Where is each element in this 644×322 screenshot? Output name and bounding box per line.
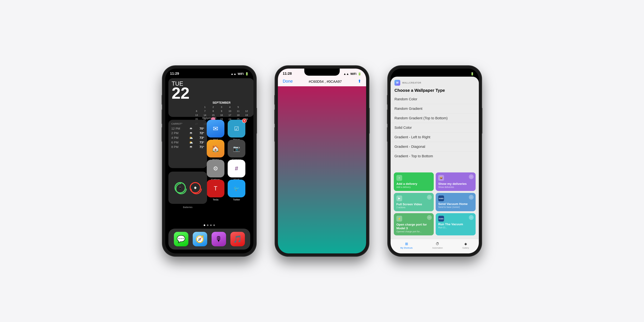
menu-gradient-diagonal[interactable]: Gradient - Diagonal	[390, 142, 479, 152]
fullscreen-video-more[interactable]: ···	[427, 195, 432, 200]
batteries-widget[interactable]: 📱 ⌚	[168, 172, 207, 204]
signal-icon-2: ▲▲	[344, 72, 349, 76]
dock-messages[interactable]: 💬	[174, 232, 188, 246]
volume-down-button-3[interactable]	[387, 127, 388, 142]
power-button-2[interactable]	[369, 108, 370, 134]
send-vacuum-sub: Send to base (Junior)	[438, 206, 473, 208]
shortcut-charge-port[interactable]: ··· ⚡ Open charge port for Model 3 Opene…	[394, 213, 434, 236]
run-vacuum-sub: Run Cl...	[438, 226, 473, 229]
battery-icon-3: 🔋	[470, 72, 474, 76]
charge-port-sub: Opened charge port for...	[396, 230, 431, 233]
status-icons: ▲▲ WiFi 🔋	[231, 72, 248, 76]
status-time-2: 11:28	[283, 72, 292, 76]
power-button-3[interactable]	[482, 108, 482, 134]
status-bar-2: 11:28 ▲▲ WiFi 🔋	[278, 68, 366, 77]
page-dots	[165, 224, 254, 226]
calendar-widget[interactable]: TUE 22 SEPTEMBER 12345 6789101112 131415…	[168, 78, 254, 117]
show-deliveries-sub: Show deliveries	[438, 186, 473, 188]
weather-widget[interactable]: CARROT° 12 PM🌧70° 2 PM🌧72° 4 PM⛅73° 6 PM…	[168, 120, 207, 168]
menu-gradient-tb[interactable]: Gradient - Top to Bottom	[390, 152, 479, 161]
dock-music[interactable]: 🎵	[230, 232, 245, 246]
app-settings[interactable]: ⚙ Settings	[207, 160, 224, 178]
calendar-day-number: 22	[172, 85, 194, 101]
add-delivery-title: Add a delivery	[396, 182, 431, 186]
volume-down-button-2[interactable]	[274, 127, 275, 142]
mute-button-3[interactable]	[387, 95, 388, 105]
gallery-label: Gallery	[462, 247, 469, 249]
tabbar: ⊞ My Shortcuts ⏱ Automation ◈ Gallery	[390, 239, 479, 254]
charge-port-more[interactable]: ···	[427, 215, 432, 220]
app-things[interactable]: ☑ 5 Things	[228, 120, 245, 138]
tab-gallery[interactable]: ◈ Gallery	[462, 242, 469, 249]
page-dot-2	[207, 224, 208, 226]
menu-gradient-lr[interactable]: Gradient - Left to Right	[390, 132, 479, 142]
show-deliveries-title: Show my deliveries	[438, 182, 473, 186]
battery-icon-2: 🔋	[358, 72, 361, 76]
power-button[interactable]	[256, 108, 257, 134]
apps-grid: ✉ Mail ☑ 5 Things 🏠 Home	[207, 120, 250, 200]
app-camera[interactable]: 📷 Camera	[228, 140, 245, 158]
tab-automation[interactable]: ⏱ Automation	[432, 242, 443, 249]
volume-up-button-2[interactable]	[274, 110, 275, 124]
things-badge: 5	[242, 118, 247, 123]
shortcut-show-deliveries[interactable]: ··· 📦 Show my deliveries Show deliveries	[436, 172, 476, 191]
menu-random-color[interactable]: Random Color	[390, 94, 479, 104]
tab-my-shortcuts[interactable]: ⊞ My Shortcuts	[400, 242, 413, 249]
shortcut-run-vacuum[interactable]: ··· neato Run The Vacuum Run Cl...	[436, 213, 476, 236]
page-dot-1	[204, 224, 205, 226]
run-vacuum-title: Run The Vacuum	[438, 222, 473, 226]
app-home[interactable]: 🏠 Home	[207, 140, 224, 158]
batteries-label: Batteries	[168, 206, 207, 208]
phone-1: 11:29 ▲▲ WiFi 🔋 TUE 22 SEPTEMBER	[162, 66, 256, 256]
shortcuts-grid: + Add a delivery Add a delivery ··· 📦 Sh…	[390, 172, 479, 237]
menu-random-gradient-tb[interactable]: Random Gradient (Top to Bottom)	[390, 114, 479, 123]
show-deliveries-icon: 📦	[438, 175, 444, 181]
add-delivery-icon: +	[396, 175, 402, 181]
wallcreator-menu: Random Color Random Gradient Random Grad…	[390, 94, 479, 161]
phone-3: 11:28 ▲▲ WiFi 🔋 W WALLCREATOR Choose a W…	[388, 66, 482, 256]
run-vacuum-more[interactable]: ···	[469, 215, 474, 220]
mute-button[interactable]	[162, 95, 162, 105]
status-time-3: 11:28	[396, 72, 404, 76]
gradient-colors-label: #C60D54 , #0CAA97	[309, 80, 342, 84]
wallcreator-app-name: WALLCREATOR	[402, 82, 421, 84]
battery-icon: 🔋	[245, 72, 248, 76]
app-slack[interactable]: # Slack	[228, 160, 245, 178]
volume-up-button[interactable]	[162, 110, 162, 124]
signal-icon-3: ▲▲	[456, 72, 462, 76]
my-shortcuts-icon: ⊞	[405, 242, 408, 246]
status-bar-3: 11:28 ▲▲ WiFi 🔋	[390, 68, 479, 77]
menu-solid-color[interactable]: Solid Color	[390, 123, 479, 132]
svg-point-1	[191, 184, 202, 194]
wallcreator-logo: W	[394, 80, 400, 86]
status-icons-3: ▲▲ WiFi 🔋	[456, 72, 474, 76]
send-vacuum-more[interactable]: ···	[469, 195, 474, 200]
dock-podcasts[interactable]: 🎙	[212, 232, 226, 246]
volume-down-button[interactable]	[162, 127, 162, 142]
add-delivery-sub: Add a delivery	[396, 186, 431, 188]
show-deliveries-more[interactable]: ···	[469, 174, 474, 179]
charge-port-title: Open charge port for Model 3	[396, 223, 431, 230]
fullscreen-video-sub: 2 actions	[396, 206, 431, 209]
battery-watch: ⌚	[190, 182, 201, 193]
share-button[interactable]: ⬆	[358, 79, 361, 84]
shortcut-add-delivery[interactable]: + Add a delivery Add a delivery	[394, 172, 434, 191]
menu-random-gradient[interactable]: Random Gradient	[390, 104, 479, 114]
volume-up-button-3[interactable]	[387, 110, 388, 124]
weather-app-label: CARROT°	[171, 122, 204, 125]
calendar-month: SEPTEMBER	[192, 101, 250, 104]
app-mail[interactable]: ✉ Mail	[207, 120, 224, 138]
shortcut-send-vacuum[interactable]: ··· neato Send Vacuum Home Send to base …	[436, 193, 476, 212]
mute-button-2[interactable]	[274, 95, 275, 105]
phone-2: Done #C60D54 , #0CAA97 ⬆ 11:28 ▲▲ WiFi 🔋	[275, 66, 369, 256]
svg-point-0	[176, 184, 186, 194]
dock-safari[interactable]: 🧭	[193, 232, 207, 246]
app-tesla[interactable]: T Tesla	[207, 180, 224, 198]
gradient-preview	[278, 68, 366, 254]
app-twitter[interactable]: 🐦 Twitter	[228, 180, 245, 198]
page-dot-4	[213, 224, 215, 226]
shortcut-fullscreen-video[interactable]: ··· ▶ Full Screen Video 2 actions	[394, 193, 434, 212]
signal-icon: ▲▲	[231, 72, 236, 76]
widgetsmith-label: Widgetsmith	[165, 116, 254, 120]
done-button[interactable]: Done	[283, 79, 293, 84]
